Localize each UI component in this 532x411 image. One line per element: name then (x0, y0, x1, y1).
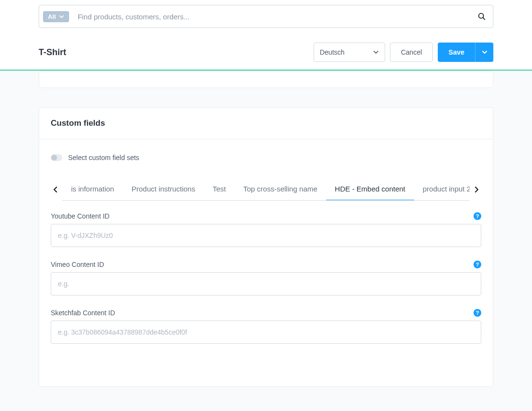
page-header-wrap: T-Shirt Deutsch Cancel Save (0, 35, 532, 71)
search-icon[interactable] (477, 12, 486, 21)
tab[interactable]: is information (62, 178, 123, 201)
card-body: Select custom field sets is informationP… (39, 139, 493, 386)
save-button-group: Save (438, 43, 493, 62)
save-dropdown-button[interactable] (475, 43, 493, 62)
search-bar: All (39, 5, 493, 28)
tab[interactable]: HDE - Embed content (326, 178, 414, 201)
content-id-input[interactable] (51, 321, 481, 344)
card-header: Custom fields (39, 108, 493, 139)
toggle-row: Select custom field sets (51, 154, 481, 161)
tab[interactable]: Product instructions (123, 178, 204, 201)
field: Vimeo Content ID? (51, 261, 481, 295)
header-actions: Deutsch Cancel Save (314, 43, 493, 62)
chevron-down-icon (373, 49, 379, 55)
cancel-button[interactable]: Cancel (390, 43, 433, 62)
custom-fields-card: Custom fields Select custom field sets i… (39, 107, 493, 387)
content-id-input[interactable] (51, 224, 481, 247)
field-label-row: Sketchfab Content ID? (51, 309, 481, 317)
content-area: Custom fields Select custom field sets i… (0, 71, 532, 401)
toggle-label: Select custom field sets (68, 154, 139, 161)
search-input[interactable] (69, 13, 477, 21)
help-icon[interactable]: ? (474, 212, 481, 220)
tabs-list: is informationProduct instructionsTestTo… (62, 178, 470, 201)
tab[interactable]: Top cross-selling name (234, 178, 326, 201)
help-icon[interactable]: ? (474, 261, 481, 268)
tab[interactable]: Test (204, 178, 235, 201)
card-title: Custom fields (51, 118, 481, 128)
field: Sketchfab Content ID? (51, 309, 481, 344)
save-button[interactable]: Save (438, 43, 475, 62)
help-icon[interactable]: ? (474, 309, 481, 317)
language-select[interactable]: Deutsch (314, 43, 385, 62)
page-header: T-Shirt Deutsch Cancel Save (0, 35, 532, 70)
field-label: Sketchfab Content ID (51, 309, 115, 317)
language-select-value: Deutsch (320, 48, 345, 56)
previous-card-stub (39, 71, 493, 88)
tabs-scroll-right-button[interactable] (472, 186, 481, 193)
field-label: Vimeo Content ID (51, 261, 104, 268)
content-id-input[interactable] (51, 272, 481, 295)
field-label-row: Youtube Content ID? (51, 212, 481, 220)
tabs-container: is informationProduct instructionsTestTo… (51, 178, 481, 201)
chevron-right-icon (474, 186, 479, 193)
search-filter-all-button[interactable]: All (43, 11, 69, 22)
page-title: T-Shirt (39, 47, 66, 58)
search-bar-container: All (0, 0, 532, 35)
field-label-row: Vimeo Content ID? (51, 261, 481, 268)
field: Youtube Content ID? (51, 212, 481, 247)
search-filter-label: All (48, 13, 56, 20)
tabs-scroll-left-button[interactable] (51, 186, 60, 193)
fields-container: Youtube Content ID?Vimeo Content ID?Sket… (51, 212, 481, 344)
chevron-left-icon (53, 186, 58, 193)
tab[interactable]: product input 2 (414, 178, 470, 201)
select-custom-field-sets-toggle[interactable] (51, 154, 62, 161)
chevron-down-icon (482, 49, 488, 55)
field-label: Youtube Content ID (51, 212, 110, 220)
chevron-down-icon (59, 14, 64, 19)
